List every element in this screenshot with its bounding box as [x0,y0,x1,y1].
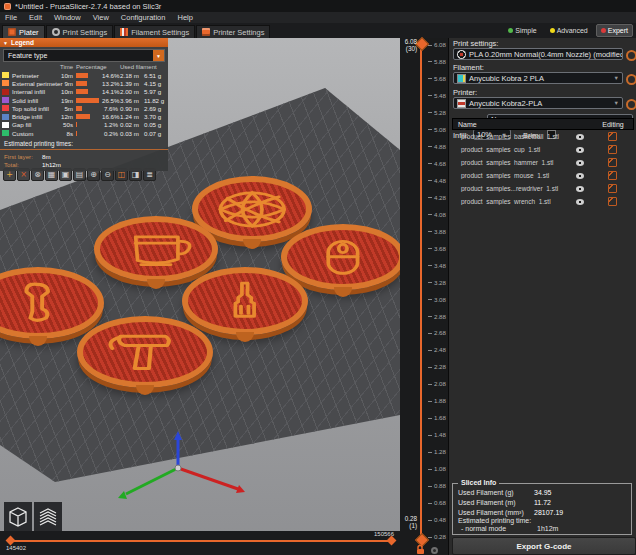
menu-help[interactable]: Help [177,13,192,22]
edit-printer-gear-icon[interactable] [626,99,636,110]
edit-object-icon[interactable] [608,132,617,141]
tick-label: 2.28 [434,364,446,370]
object-row[interactable]: product_samples_hammer_1.stl [452,156,634,169]
total-label: Total: [4,161,42,168]
preview-view-button[interactable] [34,502,62,531]
object-row[interactable]: product_samples_cup_1.stl [452,143,634,156]
tick-label: 0.68 [434,500,446,506]
3d-viewport[interactable]: +×⊗▦▣▤⊕⊖◫◨≣ ▼ Legend Feature type ▼ Time… [0,38,400,555]
lock-icon[interactable] [415,544,426,555]
tick-label: 0.48 [434,517,446,523]
visibility-eye-icon[interactable] [576,186,584,192]
mode-simple-button[interactable]: Simple [503,24,541,37]
layer-tick: 2.48 [404,347,446,353]
filament-dropdown[interactable]: Anycubic Kobra 2 PLA ▼ [453,72,623,84]
filament-value: Anycubic Kobra 2 PLA [469,74,544,83]
tick-mark-icon [428,367,432,368]
slider-settings-gear-icon[interactable] [431,547,438,554]
visibility-eye-icon[interactable] [576,147,584,153]
tick-label: 3.68 [434,246,446,252]
edit-print-settings-gear-icon[interactable] [626,50,636,61]
model-hammer[interactable] [77,316,213,388]
mode-advanced-button[interactable]: Advanced [545,24,593,37]
tick-mark-icon [428,316,432,317]
object-row[interactable]: product_samples_basketball_1.stl [452,130,634,143]
edit-filament-gear-icon[interactable] [626,74,636,85]
tick-label: 5.48 [434,93,446,99]
menu-file[interactable]: File [5,13,17,22]
menu-view[interactable]: View [93,13,109,22]
layer-tick: 5.48 [404,93,446,99]
tab-label: Plater [19,28,39,37]
tab-plater[interactable]: Plater [2,25,45,38]
first-layer-row: First layer: 8m [4,152,168,160]
layer-tick: 3.68 [404,246,446,252]
feature-percentage: 16.6% [102,113,120,120]
tab-print-settings[interactable]: Print Settings [46,25,114,38]
layer-tick: 4.28 [404,195,446,201]
hammer-icon [94,330,196,373]
model-screwdriver[interactable] [182,267,308,335]
tick-label: 0.88 [434,483,446,489]
menu-configuration[interactable]: Configuration [121,13,166,22]
edit-object-icon[interactable] [608,197,617,206]
object-name: product_samples...rewdriver_1.stl [452,185,570,192]
layer-tick: 0.28 [404,534,446,540]
layer-tick: 4.88 [404,144,446,150]
object-row[interactable]: product_samples_wrench_1.stl [452,195,634,208]
view-type-dropdown[interactable]: Feature type ▼ [3,49,165,62]
printer-settings-icon [202,28,210,36]
layer-tick: 1.28 [404,449,446,455]
object-rows: product_samples_basketball_1.stlproduct_… [452,130,634,208]
layer-tick: 3.28 [404,280,446,286]
export-gcode-button[interactable]: Export G-code [452,537,636,555]
mode-dot-icon [550,28,555,33]
layer-tick: 1.88 [404,398,446,404]
tab-filament-settings[interactable]: Filament Settings [114,25,195,38]
col-used-filament: Used filament [120,64,168,70]
visibility-eye-icon[interactable] [576,160,584,166]
tick-label: 1.08 [434,466,446,472]
object-row[interactable]: product_samples_mouse_1.stl [452,169,634,182]
tick-label: 6.08 [434,42,446,48]
tick-mark-icon [428,486,432,487]
legend-header[interactable]: ▼ Legend [0,38,168,47]
menu-edit[interactable]: Edit [29,13,42,22]
visibility-eye-icon[interactable] [576,199,584,205]
total-value: 1h12m [42,161,61,168]
edit-object-icon[interactable] [608,158,617,167]
feature-label: Solid infill [12,97,60,104]
model-mouse[interactable] [281,224,400,290]
visibility-eye-icon[interactable] [576,173,584,179]
menu-window[interactable]: Window [54,13,81,22]
print-settings-dropdown[interactable]: PLA 0.20mm Normal(0.4mm Nozzle) (modifie… [453,48,623,60]
editing-cell [590,171,634,180]
tick-label: 4.48 [434,178,446,184]
edit-object-icon[interactable] [608,184,617,193]
printer-dropdown[interactable]: Anycubic Kobra2-PLA ▼ [453,97,623,109]
feature-weight: 3.70 g [144,113,168,120]
model-cup[interactable] [94,216,218,282]
tick-label: 2.08 [434,381,446,387]
edit-object-icon[interactable] [608,145,617,154]
3d-editor-view-button[interactable] [4,502,32,531]
legend-rows: Perimeter10m14.6%2.18 m6.51 gExternal pe… [0,71,168,137]
tab-printer-settings[interactable]: Printer Settings [196,25,270,38]
mode-expert-button[interactable]: Expert [596,24,633,37]
feature-length: 0.90 m [120,105,144,112]
gcode-move-slider[interactable] [12,540,390,542]
feature-length: 2.00 m [120,88,144,95]
gcode-slider-left-handle[interactable] [6,536,16,546]
wrench-icon [0,281,87,324]
legend-separator [0,149,168,150]
tab-bar: PlaterPrint SettingsFilament SettingsPri… [0,23,636,38]
gcode-slider-right-handle[interactable] [387,536,397,546]
tick-label: 1.28 [434,449,446,455]
layer-tick: 5.28 [404,110,446,116]
object-row[interactable]: product_samples...rewdriver_1.stl [452,182,634,195]
tick-mark-icon [428,78,432,79]
visibility-eye-icon[interactable] [576,134,584,140]
tick-mark-icon [428,520,432,521]
view-type-value: Feature type [8,52,47,59]
edit-object-icon[interactable] [608,171,617,180]
